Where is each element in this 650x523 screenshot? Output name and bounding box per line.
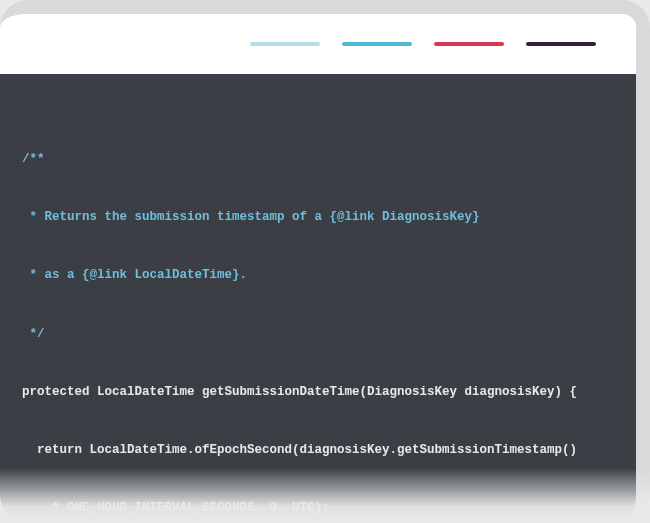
code-comment: * Returns the submission timestamp of a …: [22, 208, 614, 227]
code-line: * ONE_HOUR_INTERVAL_SECONDS, 0, UTC);: [22, 499, 614, 518]
code-line: return LocalDateTime.ofEpochSecond(diagn…: [22, 441, 614, 460]
device-frame: /** * Returns the submission timestamp o…: [0, 0, 650, 523]
tabs-bar: [0, 14, 636, 74]
code-comment: */: [22, 325, 614, 344]
tab-indicator-1[interactable]: [250, 42, 320, 46]
tab-indicator-2[interactable]: [342, 42, 412, 46]
code-editor[interactable]: /** * Returns the submission timestamp o…: [0, 74, 636, 523]
code-line: protected LocalDateTime getSubmissionDat…: [22, 383, 614, 402]
code-comment: * as a {@link LocalDateTime}.: [22, 266, 614, 285]
tab-indicator-4[interactable]: [526, 42, 596, 46]
tab-indicator-3[interactable]: [434, 42, 504, 46]
code-comment: /**: [22, 150, 614, 169]
